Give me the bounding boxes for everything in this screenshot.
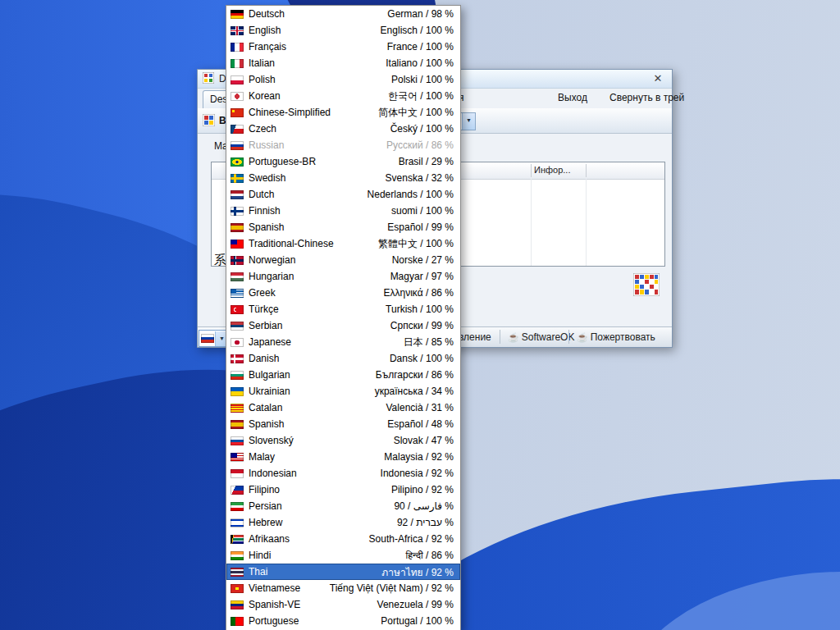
coffee-cup-icon: ☕ xyxy=(577,332,588,342)
language-menu-item[interactable]: Filipino Pilipino / 92 % xyxy=(226,482,460,498)
language-menu-item[interactable]: Czech Český / 100 % xyxy=(226,121,460,137)
language-menu-item[interactable]: Deutsch German / 98 % xyxy=(226,6,460,22)
language-name: Norwegian xyxy=(249,254,295,266)
language-menu-item[interactable]: Persian فارسی / 90 % xyxy=(226,498,460,514)
language-native-percent: Brasil / 29 % xyxy=(399,156,454,167)
flag-ve-icon xyxy=(231,600,244,609)
language-name: Spanish-VE xyxy=(249,599,300,610)
menu-item-minimize-to-tray[interactable]: Свернуть в трей xyxy=(609,92,684,103)
flag-ru-icon xyxy=(201,334,214,343)
language-menu-item[interactable]: Indonesian Indonesia / 92 % xyxy=(226,465,460,482)
language-menu-item[interactable]: Spanish Español / 48 % xyxy=(226,416,460,432)
menu-item-exit[interactable]: Выход xyxy=(558,92,587,103)
language-menu-item[interactable]: Français France / 100 % xyxy=(226,39,460,55)
update-button-partial[interactable]: вление xyxy=(459,331,491,343)
language-menu-item[interactable]: Vietnamese Tiếng Việt (Việt Nam) / 92 % xyxy=(226,580,460,596)
language-menu-item[interactable]: Dutch Nederlands / 100 % xyxy=(226,186,460,203)
language-native-percent: Српски / 99 % xyxy=(390,320,454,331)
flag-za-icon xyxy=(231,535,244,544)
language-menu-item[interactable]: Polish Polski / 100 % xyxy=(226,71,460,88)
language-menu-item[interactable]: Hebrew עברית / 92 % xyxy=(226,514,460,531)
language-native-percent: עברית / 92 % xyxy=(397,517,454,528)
flag-it-icon xyxy=(231,59,244,68)
language-menu-item[interactable]: Korean 한국어 / 100 % xyxy=(226,88,460,104)
language-name: Traditional-Chinese xyxy=(249,238,334,249)
language-native-percent: Valencià / 31 % xyxy=(386,402,454,413)
language-name: Catalan xyxy=(249,402,282,413)
language-native-percent: 繁體中文 / 100 % xyxy=(378,237,454,251)
language-native-percent: Turkish / 100 % xyxy=(386,304,454,315)
flag-jp-icon xyxy=(231,338,244,347)
language-menu-item[interactable]: Portuguese Portugal / 100 % xyxy=(226,613,460,629)
language-name: Spanish xyxy=(249,418,284,430)
language-native-percent: 日本 / 85 % xyxy=(404,336,454,349)
close-button[interactable]: ✕ xyxy=(651,71,665,86)
flag-il-icon xyxy=(231,518,244,527)
language-native-percent: Español / 48 % xyxy=(387,418,454,430)
flag-rs-icon xyxy=(231,322,244,331)
language-name: Persian xyxy=(249,500,282,512)
language-native-percent: Italiano / 100 % xyxy=(386,57,454,69)
language-name: Chinese-Simplified xyxy=(249,107,331,118)
language-menu-item[interactable]: Slovenský Slovak / 47 % xyxy=(226,432,460,449)
flag-ir-icon xyxy=(231,502,244,511)
column-header-info[interactable]: Инфор... xyxy=(531,162,592,175)
language-name: Polish xyxy=(249,74,276,85)
language-menu-item[interactable]: Serbian Српски / 99 % xyxy=(226,317,460,334)
language-native-percent: suomi / 100 % xyxy=(391,205,454,217)
language-name: Danish xyxy=(249,353,279,364)
language-menu-item[interactable]: Greek Ελληνικά / 86 % xyxy=(226,285,460,301)
language-menu-item[interactable]: Hindi हिन्दी / 86 % xyxy=(226,547,460,564)
flag-tw-icon xyxy=(231,240,244,249)
language-native-percent: Magyar / 97 % xyxy=(390,271,454,282)
flag-ct-icon xyxy=(231,404,244,413)
language-name: Ukrainian xyxy=(249,386,290,397)
language-name: Slovenský xyxy=(249,435,294,446)
toolbar-grid-icon[interactable] xyxy=(203,114,215,129)
language-native-percent: Slovak / 47 % xyxy=(394,435,454,446)
language-name: Türkçe xyxy=(249,304,279,315)
language-native-percent: हिन्दी / 86 % xyxy=(406,550,454,561)
flag-de-icon xyxy=(231,10,244,19)
language-native-percent: فارسی / 90 % xyxy=(394,500,454,512)
language-menu-item[interactable]: Danish Dansk / 100 % xyxy=(226,350,460,367)
language-menu-item[interactable]: Russian Русский / 86 % xyxy=(226,137,460,153)
language-menu-item[interactable]: Norwegian Norske / 27 % xyxy=(226,252,460,268)
flag-nl-icon xyxy=(231,190,244,199)
language-name: Portuguese-BR xyxy=(249,156,316,167)
flag-id-icon xyxy=(231,469,244,478)
language-native-percent: Malaysia / 92 % xyxy=(384,451,454,463)
language-menu-item[interactable]: Thai ภาษาไทย / 92 % xyxy=(226,564,460,580)
language-menu-item[interactable]: Chinese-Simplified 简体中文 / 100 % xyxy=(226,104,460,121)
language-menu-item[interactable]: Spanish Español / 99 % xyxy=(226,219,460,235)
language-menu-item[interactable]: Swedish Svenska / 32 % xyxy=(226,170,460,186)
language-menu-item[interactable]: Japanese 日本 / 85 % xyxy=(226,334,460,350)
softwareok-button[interactable]: ☕SoftwareOK xyxy=(508,331,574,343)
flag-vn-icon xyxy=(231,584,244,593)
wallpaper-shape xyxy=(621,550,840,630)
language-menu-item[interactable]: Ukrainian українська / 34 % xyxy=(226,383,460,399)
language-menu-item[interactable]: Bulgarian Български / 86 % xyxy=(226,367,460,383)
language-native-percent: Español / 99 % xyxy=(387,221,454,233)
language-menu-item[interactable]: Portuguese-BR Brasil / 29 % xyxy=(226,153,460,170)
language-menu-item[interactable]: Italian Italiano / 100 % xyxy=(226,55,460,71)
footer-separator xyxy=(568,330,569,344)
app-icon xyxy=(203,72,214,86)
donate-button[interactable]: ☕Пожертвовать xyxy=(577,331,655,343)
language-menu-item[interactable]: Spanish-VE Venezuela / 99 % xyxy=(226,596,460,613)
language-menu-item[interactable]: Traditional-Chinese 繁體中文 / 100 % xyxy=(226,235,460,252)
language-menu-item[interactable]: Catalan Valencià / 31 % xyxy=(226,399,460,416)
language-menu-item[interactable]: Finnish suomi / 100 % xyxy=(226,203,460,219)
column-separator[interactable] xyxy=(586,164,587,177)
chevron-down-icon[interactable]: ▼ xyxy=(462,113,475,130)
language-name: Hindi xyxy=(249,550,271,561)
language-name: Deutsch xyxy=(249,8,285,20)
language-menu-item[interactable]: Malay Malaysia / 92 % xyxy=(226,449,460,465)
language-menu-item[interactable]: Afrikaans South-Africa / 92 % xyxy=(226,531,460,547)
language-menu-item[interactable]: Türkçe Turkish / 100 % xyxy=(226,301,460,317)
language-menu-item[interactable]: English Englisch / 100 % xyxy=(226,22,460,39)
column-gridline xyxy=(531,179,532,266)
language-menu-item[interactable]: Hungarian Magyar / 97 % xyxy=(226,268,460,285)
flag-no-icon xyxy=(231,256,244,265)
language-name: Dutch xyxy=(249,189,274,200)
